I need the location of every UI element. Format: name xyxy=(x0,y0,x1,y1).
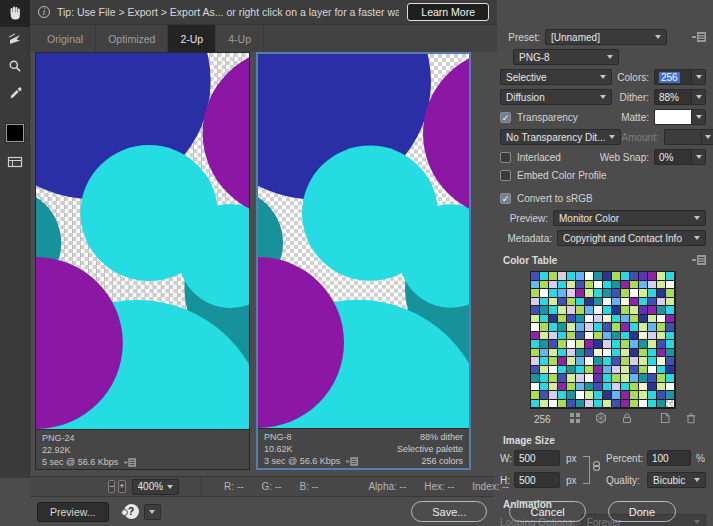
color-swatch[interactable] xyxy=(576,400,585,409)
color-swatch[interactable] xyxy=(549,281,558,290)
color-swatch[interactable] xyxy=(531,366,540,375)
preview-image-original[interactable] xyxy=(36,53,249,429)
foreground-color-swatch[interactable] xyxy=(6,124,24,142)
color-swatch[interactable] xyxy=(639,281,648,290)
color-swatch[interactable] xyxy=(612,374,621,383)
color-swatch[interactable] xyxy=(648,323,657,332)
color-swatch[interactable] xyxy=(639,400,648,409)
color-swatch[interactable] xyxy=(549,272,558,281)
tab-2-up[interactable]: 2-Up xyxy=(168,25,216,52)
color-swatch[interactable] xyxy=(630,357,639,366)
color-swatch[interactable] xyxy=(621,391,630,400)
done-button[interactable]: Done xyxy=(608,501,676,522)
color-swatch[interactable] xyxy=(558,357,567,366)
color-swatch[interactable] xyxy=(630,400,639,409)
color-swatch[interactable] xyxy=(603,374,612,383)
color-swatch[interactable] xyxy=(540,298,549,307)
color-swatch[interactable] xyxy=(621,340,630,349)
color-swatch[interactable] xyxy=(639,340,648,349)
cancel-button[interactable]: Cancel xyxy=(509,501,585,522)
matte-select[interactable] xyxy=(654,109,706,125)
color-table-menu-icon[interactable] xyxy=(692,255,706,265)
color-swatch[interactable] xyxy=(603,340,612,349)
zoom-level-select[interactable]: 400% xyxy=(132,479,180,495)
color-swatch[interactable] xyxy=(531,357,540,366)
color-swatch[interactable] xyxy=(612,306,621,315)
preview-menu-icon[interactable] xyxy=(346,457,358,466)
zoom-out-button[interactable]: − xyxy=(108,480,115,493)
percent-field[interactable]: 100 xyxy=(647,450,691,466)
quality-select[interactable]: Bicubic xyxy=(647,472,706,488)
color-swatch[interactable] xyxy=(630,349,639,358)
color-swatch[interactable] xyxy=(540,315,549,324)
color-swatch[interactable] xyxy=(630,383,639,392)
color-swatch[interactable] xyxy=(540,340,549,349)
slice-select-tool[interactable] xyxy=(0,27,30,54)
color-swatch[interactable] xyxy=(630,332,639,341)
color-swatch[interactable] xyxy=(531,374,540,383)
color-swatch[interactable] xyxy=(657,366,666,375)
color-swatch[interactable] xyxy=(621,306,630,315)
color-swatch[interactable] xyxy=(657,315,666,324)
color-swatch[interactable] xyxy=(549,323,558,332)
color-swatch[interactable] xyxy=(603,272,612,281)
color-swatch[interactable] xyxy=(621,374,630,383)
color-swatch[interactable] xyxy=(639,306,648,315)
color-swatch[interactable] xyxy=(639,332,648,341)
color-swatch[interactable] xyxy=(630,315,639,324)
tab-original[interactable]: Original xyxy=(35,25,96,52)
color-swatch[interactable] xyxy=(657,323,666,332)
color-swatch[interactable] xyxy=(612,315,621,324)
color-swatch[interactable] xyxy=(603,366,612,375)
color-swatch[interactable] xyxy=(594,383,603,392)
color-swatch[interactable] xyxy=(612,272,621,281)
color-swatch[interactable] xyxy=(540,349,549,358)
color-swatch[interactable] xyxy=(585,298,594,307)
toggle-slices-visibility[interactable] xyxy=(0,150,30,177)
color-swatch[interactable] xyxy=(666,400,675,409)
color-swatch[interactable] xyxy=(639,272,648,281)
color-swatch[interactable] xyxy=(594,323,603,332)
color-swatch[interactable] xyxy=(585,400,594,409)
color-swatch[interactable] xyxy=(648,281,657,290)
color-swatch[interactable] xyxy=(603,306,612,315)
color-swatch[interactable] xyxy=(621,289,630,298)
color-swatch[interactable] xyxy=(612,289,621,298)
color-swatch[interactable] xyxy=(585,332,594,341)
color-swatch[interactable] xyxy=(540,366,549,375)
color-swatch[interactable] xyxy=(612,281,621,290)
color-swatch[interactable] xyxy=(576,315,585,324)
color-swatch[interactable] xyxy=(612,400,621,409)
color-swatch[interactable] xyxy=(540,383,549,392)
color-swatch[interactable] xyxy=(540,323,549,332)
color-swatch[interactable] xyxy=(603,332,612,341)
width-field[interactable]: 500 xyxy=(514,450,560,466)
color-swatch[interactable] xyxy=(612,391,621,400)
color-swatch[interactable] xyxy=(549,383,558,392)
color-swatch[interactable] xyxy=(639,349,648,358)
color-table-grid[interactable] xyxy=(530,271,676,409)
color-swatch[interactable] xyxy=(657,374,666,383)
color-swatch[interactable] xyxy=(612,340,621,349)
color-swatch[interactable] xyxy=(594,366,603,375)
color-swatch[interactable] xyxy=(558,340,567,349)
color-swatch[interactable] xyxy=(576,281,585,290)
color-swatch[interactable] xyxy=(558,281,567,290)
color-swatch[interactable] xyxy=(666,289,675,298)
color-swatch[interactable] xyxy=(585,289,594,298)
color-swatch[interactable] xyxy=(630,298,639,307)
color-swatch[interactable] xyxy=(576,340,585,349)
color-swatch[interactable] xyxy=(594,357,603,366)
color-swatch[interactable] xyxy=(639,366,648,375)
transparency-checkbox[interactable]: ✓ xyxy=(500,112,511,123)
color-swatch[interactable] xyxy=(567,315,576,324)
zoom-in-button[interactable]: + xyxy=(118,480,125,493)
color-swatch[interactable] xyxy=(657,272,666,281)
color-swatch[interactable] xyxy=(585,323,594,332)
color-swatch[interactable] xyxy=(603,281,612,290)
color-swatch[interactable] xyxy=(585,391,594,400)
color-swatch[interactable] xyxy=(594,400,603,409)
color-swatch[interactable] xyxy=(603,289,612,298)
save-button[interactable]: Save... xyxy=(411,501,487,522)
color-swatch[interactable] xyxy=(558,315,567,324)
